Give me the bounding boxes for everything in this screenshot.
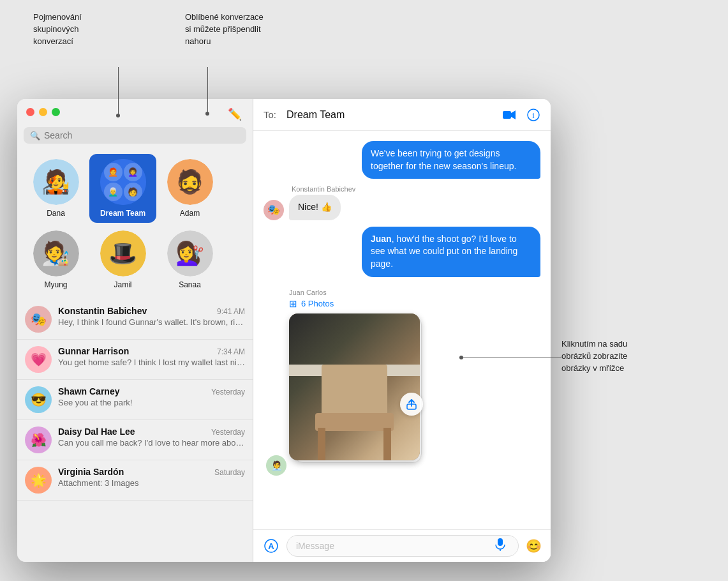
photo-image (289, 313, 420, 460)
avatar-dream-team: 🧑‍🦰 👩‍🦱 👨‍🦳 🧑 (100, 159, 146, 205)
photo-sender-avatar: 🧑‍💼 (266, 455, 286, 476)
conv-item-konstantin[interactable]: 🎭 Konstantin Babichev 9:41 AM Hey, I thi… (17, 299, 253, 340)
pinned-row-2: 🧑‍🎨 Myung 🎩 Jamil 💇‍♀️ Sanaa (17, 225, 253, 299)
input-bar: A iMessage 😊 (253, 529, 551, 562)
msg-outgoing-2: Juan, how'd the shoot go? I'd love to se… (264, 227, 540, 277)
callout-dot-2 (205, 112, 209, 116)
conv-time-konstantin: 9:41 AM (217, 307, 245, 316)
conv-item-shawn[interactable]: 😎 Shawn Carney Yesterday See you at the … (17, 380, 253, 420)
conv-preview-shawn: See you at the park! (58, 398, 245, 407)
callout-line-3 (459, 358, 561, 358)
avatar-konstantin: 🎭 (25, 306, 52, 333)
svg-marker-1 (511, 110, 516, 119)
maximize-button[interactable] (52, 108, 60, 116)
conv-preview-konstantin: Hey, I think I found Gunnar's wallet. It… (58, 317, 245, 327)
chair-seat (315, 413, 394, 431)
app-window: ✏️ 🔍 🧑‍🎤 Dana 🧑‍🦰 👩‍🦱 👨‍🦳 (17, 99, 551, 562)
minimize-button[interactable] (39, 108, 47, 116)
conv-preview-virginia: Attachment: 3 Images (58, 478, 245, 488)
pinned-name-adam: Adam (180, 209, 200, 218)
avatar-sanaa: 💇‍♀️ (167, 230, 213, 276)
msg-outgoing-1: We've been trying to get designs togethe… (264, 141, 540, 179)
pinned-name-dream-team: Dream Team (100, 209, 145, 218)
share-button[interactable] (400, 393, 423, 416)
msg-bubble-incoming-konstantin: Nice! 👍 (289, 195, 341, 220)
pinned-contact-adam[interactable]: 🧔 Adam (156, 154, 223, 223)
msg-bubble-outgoing-1: We've been trying to get designs togethe… (362, 141, 540, 179)
avatar-virginia: 🌟 (25, 467, 52, 494)
messages-container: We've been trying to get designs togethe… (253, 131, 551, 529)
conv-name-konstantin: Konstantin Babichev (58, 306, 147, 316)
msg-bubble-outgoing-2: Juan, how'd the shoot go? I'd love to se… (362, 227, 540, 277)
conv-time-daisy: Yesterday (211, 428, 245, 437)
conv-item-daisy[interactable]: 🌺 Daisy Dal Hae Lee Yesterday Can you ca… (17, 420, 253, 460)
photo-stack[interactable] (289, 313, 429, 467)
emoji-button[interactable]: 😊 (524, 536, 543, 555)
avatar-jamil: 🎩 (100, 230, 146, 276)
pinned-row-1: 🧑‍🎤 Dana 🧑‍🦰 👩‍🦱 👨‍🦳 🧑 Dream Team (17, 149, 253, 225)
pinned-name-jamil: Jamil (114, 280, 131, 289)
search-icon: 🔍 (30, 131, 40, 140)
callout-photo-grid: Kliknutím na sadu obrázků zobrazíte obrá… (561, 338, 627, 375)
close-button[interactable] (26, 108, 34, 116)
chat-header: To: Dream Team i (253, 99, 551, 131)
avatar-msg-konstantin: 🎭 (264, 200, 284, 220)
chat-area: To: Dream Team i We've been trying to ge… (253, 99, 551, 562)
conv-time-gunnar: 7:34 AM (217, 347, 245, 356)
search-bar[interactable]: 🔍 (24, 127, 246, 144)
compose-icon: ✏️ (228, 107, 242, 121)
video-call-icon[interactable] (502, 108, 516, 122)
conv-name-daisy: Daisy Dal Hae Lee (58, 426, 135, 437)
conv-info-daisy: Daisy Dal Hae Lee Yesterday Can you call… (58, 426, 245, 448)
conv-preview-daisy: Can you call me back? I'd love to hear m… (58, 438, 245, 448)
conv-item-gunnar[interactable]: 💗 Gunnar Harrison 7:34 AM You get home s… (17, 340, 253, 380)
callout-dot-3 (459, 356, 463, 359)
conv-item-virginia[interactable]: 🌟 Virginia Sardón Saturday Attachment: 3… (17, 460, 253, 501)
conversation-list: 🎭 Konstantin Babichev 9:41 AM Hey, I thi… (17, 299, 253, 562)
pinned-contact-dream-team[interactable]: 🧑‍🦰 👩‍🦱 👨‍🦳 🧑 Dream Team (89, 154, 156, 223)
photo-count[interactable]: 6 Photos (301, 299, 334, 308)
avatar-shawn: 😎 (25, 386, 52, 413)
svg-rect-0 (503, 111, 511, 119)
pinned-name-sanaa: Sanaa (179, 280, 201, 289)
msg-sender-konstantin: Konstantin Babichev (292, 185, 355, 193)
photo-sender-name: Juan Carlos (289, 289, 327, 296)
avatar-daisy: 🌺 (25, 426, 52, 453)
pinned-contact-sanaa[interactable]: 💇‍♀️ Sanaa (156, 225, 223, 294)
conv-info-konstantin: Konstantin Babichev 9:41 AM Hey, I think… (58, 306, 245, 327)
conv-name-virginia: Virginia Sardón (58, 467, 124, 477)
window-controls (26, 108, 60, 116)
chat-to-label: To: (264, 109, 276, 120)
msg-incoming-konstantin: Konstantin Babichev 🎭 Nice! 👍 (264, 185, 540, 220)
photo-front-card (289, 313, 420, 460)
pinned-name-dana: Dana (47, 209, 65, 218)
callout-line-2 (207, 67, 208, 113)
conv-time-shawn: Yesterday (211, 388, 245, 396)
conv-info-virginia: Virginia Sardón Saturday Attachment: 3 I… (58, 467, 245, 488)
svg-rect-7 (498, 538, 503, 546)
pinned-name-myung: Myung (44, 280, 67, 289)
avatar-dana: 🧑‍🎤 (33, 159, 79, 205)
message-input-container[interactable]: iMessage (286, 535, 519, 557)
callout-line-1 (118, 67, 119, 115)
compose-button[interactable]: ✏️ (226, 105, 244, 123)
search-input[interactable] (44, 130, 240, 140)
callout-dot-1 (116, 114, 120, 117)
msg-with-avatar-konstantin: 🎭 Nice! 👍 (264, 195, 341, 220)
message-input-placeholder: iMessage (296, 541, 491, 551)
conv-preview-gunnar: You get home safe? I think I lost my wal… (58, 358, 245, 367)
apps-button[interactable]: A (261, 536, 281, 556)
voice-input-icon[interactable] (491, 538, 509, 554)
avatar-gunnar: 💗 (25, 346, 52, 373)
photo-header: ⊞ 6 Photos (289, 298, 334, 310)
callout-group-naming: Pojmenování skupinových konverzací (33, 11, 82, 48)
pinned-contact-dana[interactable]: 🧑‍🎤 Dana (22, 154, 89, 223)
conv-name-gunnar: Gunnar Harrison (58, 346, 129, 356)
avatar-myung: 🧑‍🎨 (33, 230, 79, 276)
chat-header-icons: i (502, 108, 540, 122)
pinned-contact-myung[interactable]: 🧑‍🎨 Myung (22, 225, 89, 294)
avatar-adam: 🧔 (167, 159, 213, 205)
chair-leg-left (318, 428, 325, 460)
pinned-contact-jamil[interactable]: 🎩 Jamil (89, 225, 156, 294)
info-icon[interactable]: i (526, 108, 540, 122)
